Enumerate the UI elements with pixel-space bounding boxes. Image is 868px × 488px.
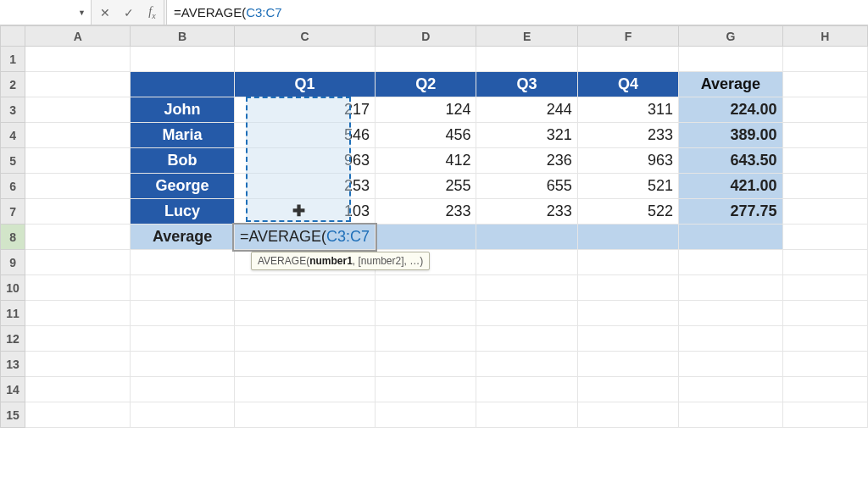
cell-D6[interactable]: 255 <box>376 174 476 199</box>
column-header-H[interactable]: H <box>782 26 867 47</box>
cell-F8[interactable] <box>577 225 678 250</box>
row-header-15[interactable]: 15 <box>1 402 25 428</box>
cell-E12[interactable] <box>476 326 577 352</box>
cell-D7[interactable]: 233 <box>376 199 476 225</box>
cell-H15[interactable] <box>782 402 867 428</box>
cell-E5[interactable]: 236 <box>476 148 577 174</box>
cell-D13[interactable] <box>376 352 476 377</box>
cell-D5[interactable]: 412 <box>376 148 476 174</box>
cell-C10[interactable] <box>234 275 375 301</box>
cell-C4[interactable]: 546 <box>234 123 375 148</box>
cell-D11[interactable] <box>376 301 476 326</box>
cell-G10[interactable] <box>679 275 783 301</box>
cell-H11[interactable] <box>782 301 867 326</box>
cell-G7[interactable]: 277.75 <box>679 199 783 225</box>
cell-A15[interactable] <box>25 402 131 428</box>
cell-F7[interactable]: 522 <box>577 199 678 225</box>
column-header-E[interactable]: E <box>476 26 577 47</box>
cell-A5[interactable] <box>25 148 131 174</box>
column-header-G[interactable]: G <box>679 26 783 47</box>
cell-B2[interactable] <box>131 72 235 97</box>
row-header-9[interactable]: 9 <box>1 250 25 275</box>
cell-E1[interactable] <box>476 47 577 72</box>
cell-F12[interactable] <box>577 326 678 352</box>
cell-G12[interactable] <box>679 326 783 352</box>
row-header-10[interactable]: 10 <box>1 275 25 301</box>
cancel-button[interactable]: ✕ <box>93 0 117 25</box>
cell-C1[interactable] <box>234 47 375 72</box>
cell-E14[interactable] <box>476 377 577 402</box>
cell-E9[interactable] <box>476 250 577 275</box>
cell-C3[interactable]: 217 <box>234 97 375 123</box>
cell-E7[interactable]: 233 <box>476 199 577 225</box>
cell-C5[interactable]: 963 <box>234 148 375 174</box>
cell-F9[interactable] <box>577 250 678 275</box>
cell-D4[interactable]: 456 <box>376 123 476 148</box>
cell-G8[interactable] <box>679 225 783 250</box>
cell-D14[interactable] <box>376 377 476 402</box>
row-header-12[interactable]: 12 <box>1 326 25 352</box>
row-header-6[interactable]: 6 <box>1 174 25 199</box>
cell-G6[interactable]: 421.00 <box>679 174 783 199</box>
cell-C13[interactable] <box>234 352 375 377</box>
cell-F1[interactable] <box>577 47 678 72</box>
cell-F14[interactable] <box>577 377 678 402</box>
row-header-2[interactable]: 2 <box>1 72 25 97</box>
cell-C7[interactable]: 103 <box>234 199 375 225</box>
row-header-11[interactable]: 11 <box>1 301 25 326</box>
name-box[interactable]: ▼ <box>0 0 92 25</box>
name-box-dropdown-icon[interactable]: ▼ <box>78 8 86 17</box>
cell-G4[interactable]: 389.00 <box>679 123 783 148</box>
cell-C15[interactable] <box>234 402 375 428</box>
cell-C14[interactable] <box>234 377 375 402</box>
cell-B9[interactable] <box>131 250 235 275</box>
cell-F10[interactable] <box>577 275 678 301</box>
cell-H6[interactable] <box>782 174 867 199</box>
cell-F13[interactable] <box>577 352 678 377</box>
cell-E8[interactable] <box>476 225 577 250</box>
cell-C11[interactable] <box>234 301 375 326</box>
column-header-C[interactable]: C <box>234 26 375 47</box>
column-header-F[interactable]: F <box>577 26 678 47</box>
cell-H9[interactable] <box>782 250 867 275</box>
cell-A12[interactable] <box>25 326 131 352</box>
cell-E11[interactable] <box>476 301 577 326</box>
cell-B1[interactable] <box>131 47 235 72</box>
cell-D15[interactable] <box>376 402 476 428</box>
spreadsheet-grid[interactable]: ABCDEFGH12Q1Q2Q3Q4Average3John2171242443… <box>0 25 868 428</box>
cell-D2[interactable]: Q2 <box>376 72 476 97</box>
cell-E3[interactable]: 244 <box>476 97 577 123</box>
cell-A2[interactable] <box>25 72 131 97</box>
row-header-13[interactable]: 13 <box>1 352 25 377</box>
cell-F2[interactable]: Q4 <box>577 72 678 97</box>
cell-G2[interactable]: Average <box>679 72 783 97</box>
cell-D8[interactable] <box>376 225 476 250</box>
cell-G13[interactable] <box>679 352 783 377</box>
cell-E4[interactable]: 321 <box>476 123 577 148</box>
cell-H10[interactable] <box>782 275 867 301</box>
cell-F6[interactable]: 521 <box>577 174 678 199</box>
cell-B5[interactable]: Bob <box>131 148 235 174</box>
cell-A4[interactable] <box>25 123 131 148</box>
cell-E2[interactable]: Q3 <box>476 72 577 97</box>
cell-H2[interactable] <box>782 72 867 97</box>
cell-E6[interactable]: 655 <box>476 174 577 199</box>
cell-C2[interactable]: Q1 <box>234 72 375 97</box>
cell-H12[interactable] <box>782 326 867 352</box>
cell-H4[interactable] <box>782 123 867 148</box>
select-all-corner[interactable] <box>1 26 25 47</box>
cell-G15[interactable] <box>679 402 783 428</box>
cell-A7[interactable] <box>25 199 131 225</box>
cell-A13[interactable] <box>25 352 131 377</box>
cell-B7[interactable]: Lucy <box>131 199 235 225</box>
row-header-4[interactable]: 4 <box>1 123 25 148</box>
cell-B4[interactable]: Maria <box>131 123 235 148</box>
cell-B15[interactable] <box>131 402 235 428</box>
cell-H13[interactable] <box>782 352 867 377</box>
row-header-1[interactable]: 1 <box>1 47 25 72</box>
cell-A8[interactable] <box>25 225 131 250</box>
cell-B10[interactable] <box>131 275 235 301</box>
cell-C6[interactable]: 253 <box>234 174 375 199</box>
cell-D1[interactable] <box>376 47 476 72</box>
cell-H7[interactable] <box>782 199 867 225</box>
